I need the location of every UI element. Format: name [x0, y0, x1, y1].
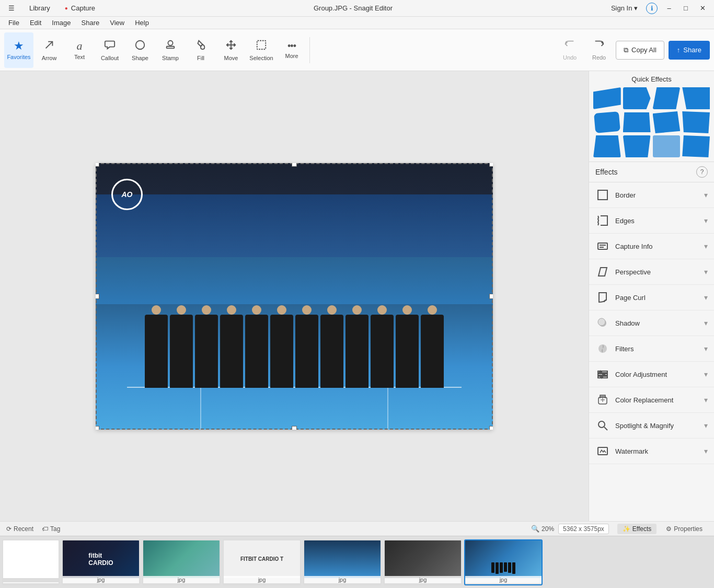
- tool-fill[interactable]: Fill: [186, 32, 215, 68]
- svg-line-0: [46, 41, 53, 48]
- effect-spotlight[interactable]: Spotlight & Magnify ▾: [589, 413, 714, 439]
- copy-all-button[interactable]: ⧉ Copy All: [616, 41, 664, 60]
- menu-share[interactable]: Share: [77, 18, 104, 28]
- tool-favorites[interactable]: ★ Favorites: [4, 32, 33, 68]
- window-controls: – □ ✕: [662, 3, 710, 14]
- qe-item-2[interactable]: [623, 87, 651, 109]
- tag-tab[interactable]: 🏷 Tag: [42, 525, 60, 533]
- qe-item-4[interactable]: [682, 87, 710, 109]
- film-item-1-label: jpg: [63, 576, 139, 583]
- qe-item-9[interactable]: [593, 135, 621, 157]
- toolbar-divider: [309, 37, 310, 63]
- border-chevron: ▾: [704, 191, 708, 199]
- svg-point-17: [601, 376, 603, 378]
- svg-point-2: [168, 40, 172, 45]
- svg-rect-6: [598, 243, 607, 249]
- effect-perspective[interactable]: Perspective ▾: [589, 259, 714, 285]
- dimensions-button[interactable]: 5362 x 3575px: [558, 524, 609, 534]
- library-btn[interactable]: Library: [25, 2, 54, 14]
- film-item-6[interactable]: jpg: [464, 539, 543, 585]
- canvas-container: AO: [96, 163, 493, 430]
- close-button[interactable]: ✕: [695, 3, 710, 14]
- effect-page-curl[interactable]: Page Curl ▾: [589, 285, 714, 310]
- tool-more[interactable]: ••• More: [277, 32, 306, 68]
- film-item-2[interactable]: jpg: [142, 539, 221, 585]
- person-5: [245, 315, 268, 388]
- menu-file[interactable]: File: [4, 18, 24, 28]
- effect-watermark[interactable]: Watermark ▾: [589, 439, 714, 464]
- effect-capture-info[interactable]: Capture Info ▾: [589, 234, 714, 259]
- color-replacement-icon: [595, 393, 610, 407]
- spotlight-chevron: ▾: [704, 421, 708, 430]
- qe-item-11[interactable]: [653, 135, 681, 157]
- capture-label: Capture: [71, 4, 95, 12]
- film-item-5[interactable]: jpg: [384, 539, 462, 585]
- tool-arrow[interactable]: Arrow: [34, 32, 64, 68]
- effects-tab-button[interactable]: ✨ Effects: [617, 524, 657, 534]
- tool-move[interactable]: Move: [216, 32, 246, 68]
- hamburger-menu[interactable]: ☰: [4, 2, 19, 14]
- effect-color-replacement[interactable]: Color Replacement ▾: [589, 387, 714, 413]
- film-blank-item[interactable]: [2, 539, 60, 585]
- maximize-button[interactable]: □: [678, 3, 693, 14]
- menu-view[interactable]: View: [106, 18, 129, 28]
- qe-item-8[interactable]: [682, 111, 710, 133]
- effects-tab-label: Effects: [632, 525, 651, 533]
- qe-item-10[interactable]: [623, 135, 651, 157]
- qe-item-5[interactable]: [594, 111, 620, 133]
- border-label: Border: [615, 191, 699, 199]
- watermark-icon: [595, 444, 610, 458]
- qe-item-12[interactable]: [682, 135, 710, 157]
- image-background: AO: [96, 163, 493, 430]
- effect-shadow[interactable]: Shadow ▾: [589, 310, 714, 336]
- info-btn[interactable]: ℹ: [646, 3, 658, 14]
- copy-icon: ⧉: [624, 46, 628, 54]
- tool-text[interactable]: a Text: [65, 32, 94, 68]
- properties-tab-button[interactable]: ⚙ Properties: [661, 524, 708, 534]
- capture-btn[interactable]: ● Capture: [61, 2, 99, 14]
- qe-item-6[interactable]: [623, 111, 651, 133]
- recent-label: Recent: [14, 525, 33, 533]
- sign-in-button[interactable]: Sign In ▾: [607, 3, 642, 13]
- effects-help-button[interactable]: ?: [696, 166, 708, 178]
- effect-color-adjustment[interactable]: Color Adjustment ▾: [589, 362, 714, 387]
- menu-help[interactable]: Help: [131, 18, 153, 28]
- spotlight-label: Spotlight & Magnify: [615, 422, 699, 430]
- favorites-label: Favorites: [7, 54, 30, 60]
- qe-item-1[interactable]: [593, 87, 621, 109]
- undo-label: Undo: [563, 54, 577, 61]
- recent-tab[interactable]: ⟳ Recent: [6, 525, 33, 533]
- effect-filters[interactable]: Filters ▾: [589, 336, 714, 362]
- menu-bar: File Edit Image Share View Help: [0, 17, 714, 29]
- undo-button[interactable]: Undo: [557, 34, 582, 66]
- filmstrip: fitbitCARDIO jpg jpg FITBIT CARDIO T jpg…: [0, 536, 714, 588]
- share-label: Share: [683, 46, 701, 54]
- share-icon: ↑: [677, 46, 681, 54]
- menu-edit[interactable]: Edit: [26, 18, 45, 28]
- tool-shape[interactable]: Shape: [125, 32, 155, 68]
- tool-selection[interactable]: Selection: [247, 32, 276, 68]
- person-11: [396, 315, 419, 388]
- color-replacement-label: Color Replacement: [615, 396, 699, 404]
- minimize-button[interactable]: –: [662, 3, 676, 14]
- effect-edges[interactable]: Edges ▾: [589, 208, 714, 234]
- film-item-4[interactable]: jpg: [303, 539, 382, 585]
- shadow-chevron: ▾: [704, 319, 708, 327]
- share-button[interactable]: ↑ Share: [669, 41, 710, 60]
- shape-icon: [134, 39, 146, 53]
- film-item-1[interactable]: fitbitCARDIO jpg: [62, 539, 140, 585]
- redo-button[interactable]: Redo: [586, 34, 612, 66]
- qe-item-7[interactable]: [653, 111, 681, 133]
- menu-image[interactable]: Image: [48, 18, 75, 28]
- film-item-3[interactable]: FITBIT CARDIO T jpg: [223, 539, 301, 585]
- perspective-chevron: ▾: [704, 268, 708, 276]
- effects-tab-icon: ✨: [623, 525, 630, 533]
- zoom-value[interactable]: 20%: [542, 525, 554, 533]
- person-12: [421, 315, 444, 388]
- text-icon: a: [77, 40, 83, 52]
- tool-stamp[interactable]: Stamp: [156, 32, 185, 68]
- effect-border[interactable]: Border ▾: [589, 182, 714, 208]
- qe-item-3[interactable]: [653, 87, 681, 109]
- zoom-control[interactable]: 🔍 20%: [531, 525, 554, 533]
- tool-callout[interactable]: Callout: [95, 32, 124, 68]
